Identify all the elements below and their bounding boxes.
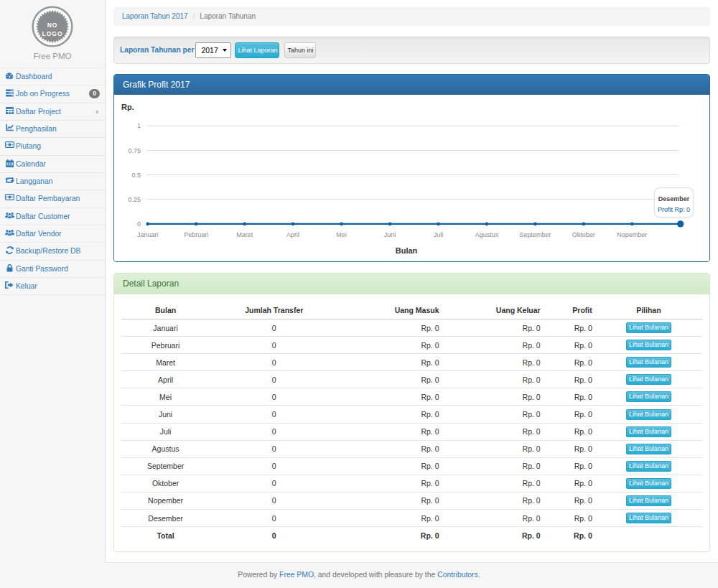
svg-text:NO: NO (47, 22, 58, 29)
svg-text:Pebruari: Pebruari (184, 231, 208, 238)
svg-text:September: September (519, 231, 551, 238)
svg-text:Rp.: Rp. (121, 103, 134, 111)
svg-text:0.75: 0.75 (128, 147, 141, 154)
svg-text:April: April (286, 231, 299, 238)
svg-text:Mei: Mei (336, 231, 347, 238)
svg-text:0: 0 (137, 220, 141, 228)
svg-text:Bulan: Bulan (396, 246, 418, 255)
svg-text:Januari: Januari (137, 231, 159, 238)
svg-text:Agustus: Agustus (475, 231, 499, 238)
svg-text:Nopember: Nopember (617, 231, 647, 238)
svg-text:0.5: 0.5 (131, 172, 141, 179)
svg-text:Maret: Maret (236, 231, 253, 238)
svg-text:Desember: Desember (658, 195, 690, 202)
svg-text:0.25: 0.25 (128, 196, 141, 203)
svg-text:Profit Rp: 0: Profit Rp: 0 (658, 206, 690, 213)
svg-text:LOGO: LOGO (42, 30, 62, 37)
svg-text:Juli: Juli (434, 231, 444, 238)
svg-text:Juni: Juni (384, 231, 396, 238)
svg-text:1: 1 (137, 122, 141, 129)
svg-text:Oktober: Oktober (572, 231, 595, 238)
